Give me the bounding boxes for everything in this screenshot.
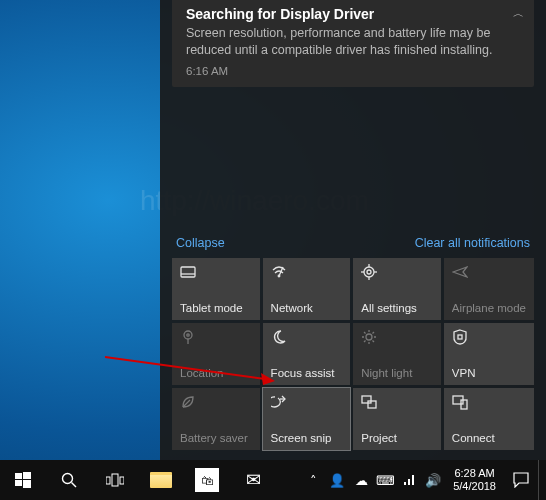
tile-night-light[interactable]: Night light bbox=[353, 323, 441, 385]
svg-rect-40 bbox=[408, 479, 410, 485]
project-icon bbox=[361, 394, 433, 410]
taskbar: 🛍 ✉ ˄ 👤 ☁ ⌨ 🔊 6:28 AM 5/4/2018 bbox=[0, 460, 546, 500]
tile-network[interactable]: Network bbox=[263, 258, 351, 320]
action-center-button[interactable] bbox=[504, 460, 538, 500]
tile-location[interactable]: Location bbox=[172, 323, 260, 385]
tile-tablet-mode[interactable]: Tablet mode bbox=[172, 258, 260, 320]
tile-label: Network bbox=[271, 302, 343, 314]
notification-title: Searching for Display Driver bbox=[186, 6, 520, 22]
task-view-button[interactable] bbox=[92, 460, 138, 500]
people-icon[interactable]: 👤 bbox=[325, 460, 349, 500]
tile-battery-saver[interactable]: Battery saver bbox=[172, 388, 260, 450]
start-button[interactable] bbox=[0, 460, 46, 500]
moon-icon bbox=[271, 329, 343, 345]
mail-button[interactable]: ✉ bbox=[230, 460, 276, 500]
notification-card[interactable]: ︿ Searching for Display Driver Screen re… bbox=[172, 0, 534, 87]
tile-project[interactable]: Project bbox=[353, 388, 441, 450]
action-center-controls: Collapse Clear all notifications bbox=[160, 228, 546, 258]
file-explorer-button[interactable] bbox=[138, 460, 184, 500]
show-desktop-button[interactable] bbox=[538, 460, 544, 500]
tile-label: Battery saver bbox=[180, 432, 252, 444]
volume-icon[interactable]: 🔊 bbox=[421, 460, 445, 500]
svg-point-34 bbox=[63, 474, 73, 484]
svg-rect-30 bbox=[15, 473, 22, 479]
leaf-icon bbox=[180, 394, 252, 410]
quick-action-tiles: Tablet modeNetworkAll settingsAirplane m… bbox=[160, 258, 546, 460]
svg-rect-23 bbox=[458, 335, 462, 339]
search-button[interactable] bbox=[46, 460, 92, 500]
svg-rect-26 bbox=[362, 396, 371, 403]
vpn-icon bbox=[452, 329, 526, 345]
tile-label: Tablet mode bbox=[180, 302, 252, 314]
tile-label: VPN bbox=[452, 367, 526, 379]
connect-icon bbox=[452, 394, 526, 410]
airplane-icon bbox=[452, 264, 526, 280]
svg-point-13 bbox=[187, 334, 189, 336]
gear-icon bbox=[361, 264, 433, 280]
input-indicator-icon[interactable]: ⌨ bbox=[373, 460, 397, 500]
svg-rect-41 bbox=[404, 482, 406, 485]
tile-label: Project bbox=[361, 432, 433, 444]
clock-time: 6:28 AM bbox=[453, 467, 496, 480]
svg-rect-27 bbox=[368, 401, 376, 408]
tile-connect[interactable]: Connect bbox=[444, 388, 534, 450]
action-center-panel: ︿ Searching for Display Driver Screen re… bbox=[160, 0, 546, 460]
tile-label: All settings bbox=[361, 302, 433, 314]
notification-time: 6:16 AM bbox=[186, 65, 520, 77]
svg-rect-33 bbox=[23, 480, 31, 488]
notification-body: Screen resolution, performance and batte… bbox=[186, 25, 520, 59]
sun-icon bbox=[361, 329, 433, 345]
tile-label: Focus assist bbox=[271, 367, 343, 379]
store-button[interactable]: 🛍 bbox=[184, 460, 230, 500]
tile-focus-assist[interactable]: Focus assist bbox=[263, 323, 351, 385]
tile-vpn[interactable]: VPN bbox=[444, 323, 534, 385]
svg-line-19 bbox=[364, 332, 366, 334]
tile-label: Night light bbox=[361, 367, 433, 379]
network-tray-icon[interactable] bbox=[397, 460, 421, 500]
tablet-icon bbox=[180, 264, 252, 280]
clock-date: 5/4/2018 bbox=[453, 480, 496, 493]
wifi-icon bbox=[271, 264, 343, 280]
svg-point-12 bbox=[184, 331, 192, 339]
snip-icon bbox=[271, 394, 343, 410]
tile-label: Airplane mode bbox=[452, 302, 526, 314]
tile-screen-snip[interactable]: Screen snip bbox=[263, 388, 351, 450]
taskbar-clock[interactable]: 6:28 AM 5/4/2018 bbox=[445, 467, 504, 492]
location-icon bbox=[180, 329, 252, 345]
svg-rect-2 bbox=[181, 267, 195, 277]
collapse-notification-chevron[interactable]: ︿ bbox=[513, 6, 524, 21]
tile-all-settings[interactable]: All settings bbox=[353, 258, 441, 320]
tile-label: Location bbox=[180, 367, 252, 379]
svg-point-14 bbox=[366, 334, 372, 340]
tray-overflow-icon[interactable]: ˄ bbox=[301, 460, 325, 500]
svg-rect-32 bbox=[15, 480, 22, 486]
clear-all-button[interactable]: Clear all notifications bbox=[415, 236, 530, 250]
svg-rect-39 bbox=[412, 475, 414, 485]
tile-label: Screen snip bbox=[271, 432, 343, 444]
tile-airplane[interactable]: Airplane mode bbox=[444, 258, 534, 320]
svg-point-6 bbox=[364, 267, 374, 277]
svg-rect-31 bbox=[23, 472, 31, 479]
svg-rect-37 bbox=[112, 474, 118, 486]
svg-rect-38 bbox=[120, 477, 124, 484]
collapse-button[interactable]: Collapse bbox=[176, 236, 225, 250]
svg-rect-36 bbox=[106, 477, 110, 484]
svg-line-35 bbox=[72, 483, 77, 488]
tile-label: Connect bbox=[452, 432, 526, 444]
svg-point-7 bbox=[367, 270, 371, 274]
svg-line-20 bbox=[373, 341, 375, 343]
onedrive-icon[interactable]: ☁ bbox=[349, 460, 373, 500]
svg-line-21 bbox=[364, 341, 366, 343]
svg-line-22 bbox=[373, 332, 375, 334]
